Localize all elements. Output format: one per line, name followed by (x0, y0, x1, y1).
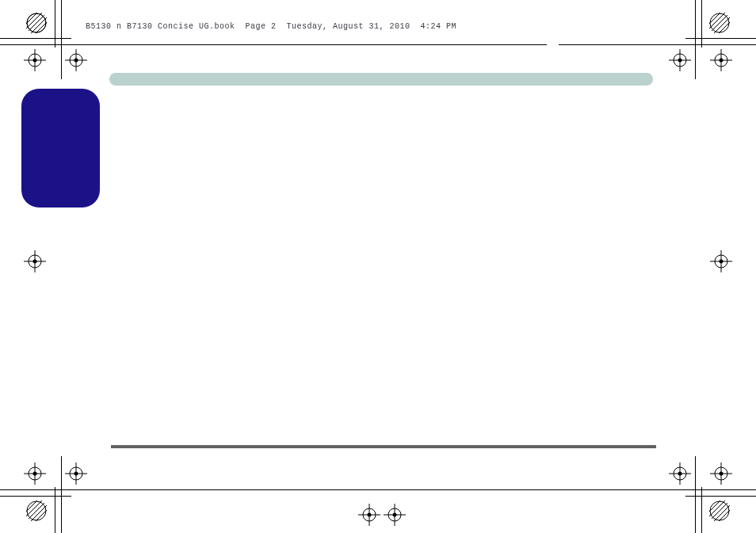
registration-mark-icon (24, 463, 46, 485)
registration-mark-icon (710, 49, 732, 71)
svg-line-37 (709, 501, 725, 516)
registration-mark-icon (710, 463, 732, 485)
svg-line-12 (712, 15, 727, 31)
registration-mark-icon (24, 49, 46, 71)
crop-line-icon (695, 0, 696, 79)
registration-mark-icon (65, 463, 87, 485)
printer-mark-hatched-circle-icon (709, 13, 730, 33)
crop-line-icon (685, 496, 756, 497)
crop-line-icon (685, 38, 756, 39)
svg-line-1 (29, 15, 44, 31)
svg-line-23 (26, 501, 42, 516)
svg-line-38 (714, 505, 730, 521)
crop-line-icon (55, 487, 55, 533)
printer-mark-hatched-circle-icon (26, 13, 47, 33)
printer-mark-hatched-circle-icon (709, 501, 730, 521)
svg-line-22 (29, 503, 44, 519)
svg-line-14 (714, 17, 730, 33)
section-header-bar (109, 73, 653, 86)
svg-line-24 (31, 505, 47, 521)
page-header-text: B5130 n B7130 Concise UG.book Page 2 Tue… (86, 22, 456, 31)
crop-line-icon (55, 0, 55, 48)
registration-mark-icon (358, 504, 380, 526)
crop-line-icon (559, 44, 756, 45)
crop-line-icon (695, 456, 696, 533)
registration-mark-icon (24, 250, 46, 272)
side-tab (21, 89, 100, 207)
registration-mark-icon (65, 49, 87, 71)
registration-mark-icon (710, 250, 732, 272)
crop-line-icon (61, 456, 62, 533)
crop-line-icon (0, 44, 547, 45)
crop-line-icon (61, 0, 62, 79)
registration-mark-icon (669, 49, 691, 71)
crop-line-icon (0, 38, 71, 39)
crop-line-icon (0, 496, 71, 497)
crop-line-icon (701, 0, 702, 48)
svg-line-3 (31, 17, 47, 33)
svg-line-2 (26, 13, 42, 29)
footer-rule (111, 445, 656, 448)
svg-line-13 (709, 13, 725, 29)
crop-line-icon (0, 489, 756, 490)
crop-line-icon (701, 487, 702, 533)
registration-mark-icon (384, 504, 406, 526)
svg-line-36 (712, 503, 727, 519)
registration-mark-icon (669, 463, 691, 485)
printer-mark-hatched-circle-icon (26, 501, 47, 521)
